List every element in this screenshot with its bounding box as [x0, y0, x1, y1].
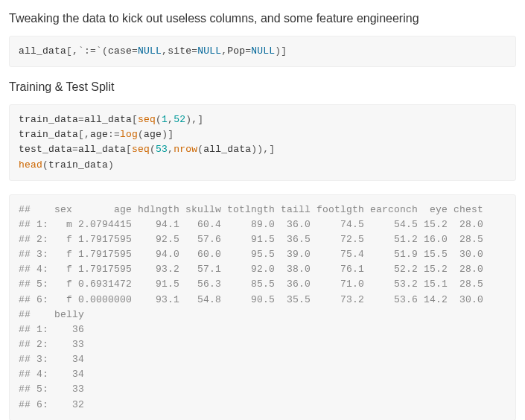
code-token: (	[156, 114, 162, 125]
code-token: (	[138, 129, 144, 140]
code-token: ),]	[185, 114, 203, 125]
code-token: )]	[275, 45, 287, 57]
output-block: ## sex age hdlngth skullw totlngth taill…	[9, 194, 516, 420]
code-token: all_data	[19, 45, 66, 57]
code-token: `:=`	[78, 45, 102, 57]
code-token: ,	[162, 45, 168, 57]
code-token: (	[150, 144, 156, 155]
code-token: [,	[66, 45, 78, 57]
code-block-tweak: all_data[,`:=`(case=NULL,site=NULL,Pop=N…	[9, 36, 516, 67]
code-token: ,	[168, 144, 174, 155]
code-token: Pop	[227, 45, 245, 57]
code-token: age	[90, 129, 108, 140]
code-token: =	[72, 144, 78, 155]
code-token: 52	[174, 114, 185, 125]
code-token: site	[168, 45, 191, 57]
code-token: log	[120, 129, 138, 140]
code-token: =	[132, 45, 138, 57]
code-token: )	[108, 159, 114, 171]
code-token: all_data	[78, 144, 126, 155]
code-token: all_data	[84, 114, 132, 125]
code-token: =	[78, 114, 84, 125]
code-token: case	[108, 45, 132, 57]
code-token: seq	[138, 114, 156, 125]
code-token: test_data	[19, 144, 72, 155]
code-token: seq	[132, 144, 150, 155]
code-token: (	[102, 45, 108, 57]
heading-split: Training & Test Split	[9, 80, 516, 94]
code-token: ,	[221, 45, 227, 57]
code-token: all_data	[203, 144, 251, 155]
heading-tweak: Tweaking the data to kick out useless co…	[9, 12, 516, 25]
code-token: :	[108, 129, 114, 140]
code-block-split: train_data=all_data[seq(1,52),] train_da…	[9, 104, 516, 181]
code-token: train_data	[19, 114, 78, 125]
code-token: train_data	[48, 159, 108, 171]
code-token: train_data	[19, 129, 78, 140]
code-token: NULL	[251, 45, 275, 57]
code-token: )),]	[251, 144, 275, 155]
code-token: (	[42, 159, 48, 171]
code-token: NULL	[197, 45, 221, 57]
code-token: nrow	[174, 144, 197, 155]
code-token: 53	[156, 144, 168, 155]
code-token: [,	[78, 129, 90, 140]
code-token: [	[132, 114, 138, 125]
code-token: (	[197, 144, 203, 155]
code-token: head	[19, 159, 42, 171]
code-token: [	[126, 144, 132, 155]
code-token: age	[144, 129, 162, 140]
code-token: =	[191, 45, 197, 57]
code-token: NULL	[138, 45, 162, 57]
code-token: 1	[162, 114, 168, 125]
code-token: )]	[162, 129, 174, 140]
code-token: ,	[168, 114, 174, 125]
code-token: =	[114, 129, 120, 140]
